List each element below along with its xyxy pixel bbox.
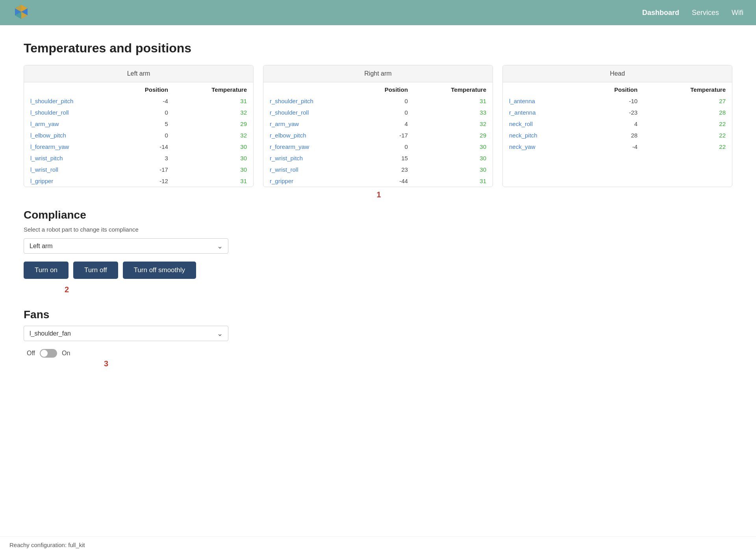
joint-name: r_forearm_yaw [263, 141, 356, 152]
header: Dashboard Services Wifi [0, 0, 756, 25]
right-arm-header: Right arm [263, 65, 493, 82]
table-row: l_elbow_pitch 0 32 [24, 130, 253, 141]
joint-position: -44 [356, 175, 414, 187]
joint-temperature: 33 [414, 107, 493, 118]
fans-select[interactable]: l_shoulder_fan r_shoulder_fan [24, 326, 228, 341]
joint-name: l_forearm_yaw [24, 141, 115, 152]
left-arm-card: Left arm Position Temperature l_shoulder… [24, 65, 254, 187]
joint-position: -23 [578, 107, 644, 118]
joint-position: 0 [356, 141, 414, 152]
joint-name: l_gripper [24, 175, 115, 187]
joint-name: l_elbow_pitch [24, 130, 115, 141]
right-arm-table: Position Temperature r_shoulder_pitch 0 … [263, 82, 493, 187]
joint-temperature: 30 [174, 141, 253, 152]
fans-toggle-row: Off On [24, 349, 732, 358]
compliance-subtitle: Select a robot part to change its compli… [24, 226, 732, 233]
compliance-select[interactable]: Left arm Right arm Head [24, 238, 228, 254]
joint-temperature: 31 [414, 95, 493, 107]
turn-on-button[interactable]: Turn on [24, 262, 69, 279]
joint-name: r_wrist_roll [263, 164, 356, 175]
compliance-title: Compliance [24, 209, 732, 221]
joint-position: 0 [356, 95, 414, 107]
left-arm-header: Left arm [24, 65, 253, 82]
turn-off-button[interactable]: Turn off [73, 262, 118, 279]
joint-position: 23 [356, 164, 414, 175]
joint-position: -4 [115, 95, 174, 107]
table-row: l_forearm_yaw -14 30 [24, 141, 253, 152]
joint-position: 3 [115, 152, 174, 164]
table-row: r_forearm_yaw 0 30 [263, 141, 493, 152]
joint-name: r_arm_yaw [263, 118, 356, 130]
compliance-btn-row: Turn on Turn off Turn off smoothly [24, 262, 732, 279]
joint-position: -14 [115, 141, 174, 152]
joint-position: 5 [115, 118, 174, 130]
table-row: l_arm_yaw 5 29 [24, 118, 253, 130]
joint-position: 4 [578, 118, 644, 130]
joint-position: -17 [356, 130, 414, 141]
tables-row: Left arm Position Temperature l_shoulder… [24, 65, 732, 187]
annotation-2: 2 [65, 285, 69, 294]
joint-name: r_wrist_pitch [263, 152, 356, 164]
annotation-3: 3 [104, 359, 108, 368]
joint-name: l_arm_yaw [24, 118, 115, 130]
table-row: l_wrist_pitch 3 30 [24, 152, 253, 164]
joint-temperature: 31 [174, 175, 253, 187]
fans-select-wrapper: l_shoulder_fan r_shoulder_fan ⌄ [24, 326, 228, 341]
joint-temperature: 32 [174, 130, 253, 141]
page-title: Temperatures and positions [24, 41, 732, 56]
joint-temperature: 27 [644, 95, 732, 107]
nav-dashboard[interactable]: Dashboard [642, 9, 679, 17]
joint-name: l_wrist_pitch [24, 152, 115, 164]
joint-temperature: 30 [174, 152, 253, 164]
joint-temperature: 31 [414, 175, 493, 187]
turn-off-smoothly-button[interactable]: Turn off smoothly [123, 262, 196, 279]
joint-name: r_antenna [503, 107, 578, 118]
table-row: l_shoulder_pitch -4 31 [24, 95, 253, 107]
joint-name: l_shoulder_roll [24, 107, 115, 118]
logo [13, 3, 30, 22]
table-row: neck_pitch 28 22 [503, 130, 732, 141]
joint-position: 15 [356, 152, 414, 164]
joint-name: neck_roll [503, 118, 578, 130]
joint-temperature: 22 [644, 130, 732, 141]
joint-temperature: 30 [414, 141, 493, 152]
joint-temperature: 32 [414, 118, 493, 130]
joint-temperature: 30 [414, 164, 493, 175]
joint-name: neck_yaw [503, 141, 578, 152]
fans-off-label: Off [27, 350, 35, 357]
fans-section: Fans l_shoulder_fan r_shoulder_fan ⌄ Off… [24, 308, 732, 368]
right-arm-col-position: Position [356, 82, 414, 95]
fans-toggle-slider [40, 349, 57, 358]
fans-toggle-switch[interactable] [40, 349, 57, 358]
joint-position: 0 [115, 130, 174, 141]
head-card: Head Position Temperature l_antenna -10 … [502, 65, 732, 187]
nav-wifi[interactable]: Wifi [732, 9, 743, 17]
annotation-1: 1 [376, 190, 381, 199]
joint-name: r_shoulder_pitch [263, 95, 356, 107]
joint-temperature: 32 [174, 107, 253, 118]
table-row: neck_yaw -4 22 [503, 141, 732, 152]
head-col-name [503, 82, 578, 95]
joint-temperature: 28 [644, 107, 732, 118]
table-row: l_shoulder_roll 0 32 [24, 107, 253, 118]
table-row: l_wrist_roll -17 30 [24, 164, 253, 175]
table-row: r_arm_yaw 4 32 [263, 118, 493, 130]
right-arm-col-name [263, 82, 356, 95]
table-row: r_wrist_pitch 15 30 [263, 152, 493, 164]
left-arm-col-temperature: Temperature [174, 82, 253, 95]
joint-position: 28 [578, 130, 644, 141]
table-row: r_shoulder_pitch 0 31 [263, 95, 493, 107]
nav-services[interactable]: Services [692, 9, 719, 17]
left-arm-col-position: Position [115, 82, 174, 95]
main-content: Temperatures and positions Left arm Posi… [0, 25, 756, 384]
head-col-position: Position [578, 82, 644, 95]
joint-name: l_antenna [503, 95, 578, 107]
right-arm-card: Right arm Position Temperature r_shoulde… [263, 65, 493, 187]
table-row: r_wrist_roll 23 30 [263, 164, 493, 175]
table-row: r_gripper -44 31 [263, 175, 493, 187]
nav: Dashboard Services Wifi [642, 9, 743, 17]
joint-position: 4 [356, 118, 414, 130]
joint-position: 0 [356, 107, 414, 118]
table-row: r_antenna -23 28 [503, 107, 732, 118]
table-row: l_antenna -10 27 [503, 95, 732, 107]
